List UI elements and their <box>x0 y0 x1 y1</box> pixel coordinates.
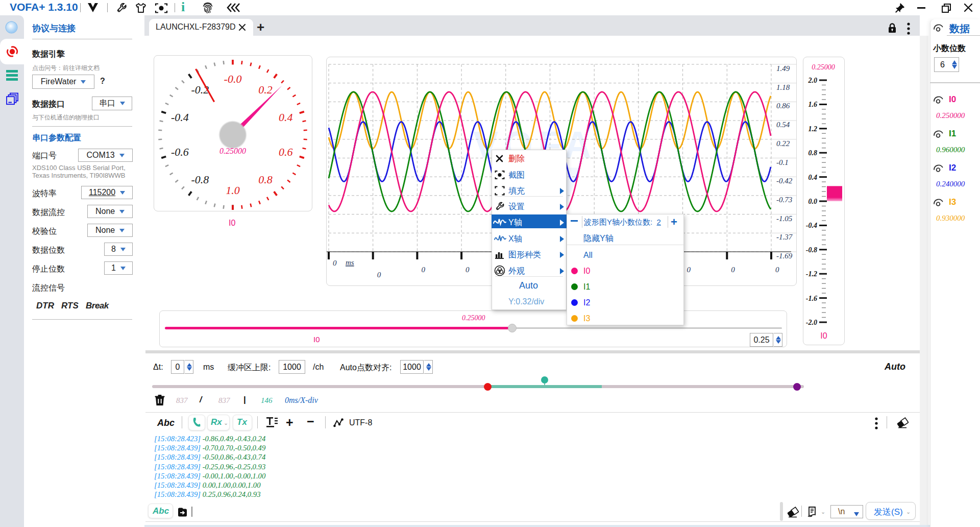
svg-text:-0.73: -0.73 <box>776 196 792 204</box>
svg-text:0: 0 <box>377 271 381 279</box>
svg-text:-0.8: -0.8 <box>191 173 209 186</box>
svg-text:0: 0 <box>775 266 779 274</box>
svg-text:1.6: 1.6 <box>808 101 818 108</box>
svg-text:0: 0 <box>333 259 337 267</box>
svg-text:0.8: 0.8 <box>808 149 818 157</box>
svg-text:-0.2: -0.2 <box>191 83 209 96</box>
svg-text:0.22: 0.22 <box>776 139 790 148</box>
svg-text:0: 0 <box>731 266 735 274</box>
svg-text:-1.69: -1.69 <box>776 252 793 260</box>
svg-text:ms: ms <box>346 258 354 267</box>
svg-text:0.54: 0.54 <box>776 121 790 129</box>
svg-text:0.25000: 0.25000 <box>812 63 835 71</box>
svg-text:0: 0 <box>465 266 470 274</box>
svg-text:-0.1: -0.1 <box>776 158 789 166</box>
svg-text:0.4: 0.4 <box>808 174 818 181</box>
svg-text:1.2: 1.2 <box>808 125 818 133</box>
svg-text:-1.6: -1.6 <box>806 295 817 302</box>
svg-text:I0: I0 <box>820 331 827 340</box>
svg-text:-0.8: -0.8 <box>806 246 817 254</box>
svg-text:2.0: 2.0 <box>808 77 818 84</box>
svg-text:0.6: 0.6 <box>279 146 293 158</box>
svg-text:0: 0 <box>687 266 691 274</box>
svg-text:1.0: 1.0 <box>226 184 240 197</box>
svg-text:1.18: 1.18 <box>776 83 790 91</box>
svg-text:-0.6: -0.6 <box>171 146 189 158</box>
svg-text:0.4: 0.4 <box>279 111 293 124</box>
svg-text:0.25000: 0.25000 <box>219 147 246 155</box>
svg-text:-0.4: -0.4 <box>806 222 817 229</box>
svg-text:0.86: 0.86 <box>776 102 790 110</box>
svg-text:0.0: 0.0 <box>808 198 818 205</box>
svg-text:-0.4: -0.4 <box>171 111 189 124</box>
svg-text:0: 0 <box>421 266 425 274</box>
svg-text:0.8: 0.8 <box>258 173 272 186</box>
svg-text:-1.37: -1.37 <box>776 233 793 241</box>
svg-text:-1.05: -1.05 <box>776 214 793 223</box>
svg-text:-1.2: -1.2 <box>806 270 817 278</box>
svg-text:-0.42: -0.42 <box>776 177 793 185</box>
svg-text:-2.0: -2.0 <box>806 319 817 326</box>
svg-text:0.2: 0.2 <box>258 83 272 96</box>
svg-text:-0.0: -0.0 <box>224 73 242 85</box>
svg-text:1.49: 1.49 <box>776 64 790 73</box>
